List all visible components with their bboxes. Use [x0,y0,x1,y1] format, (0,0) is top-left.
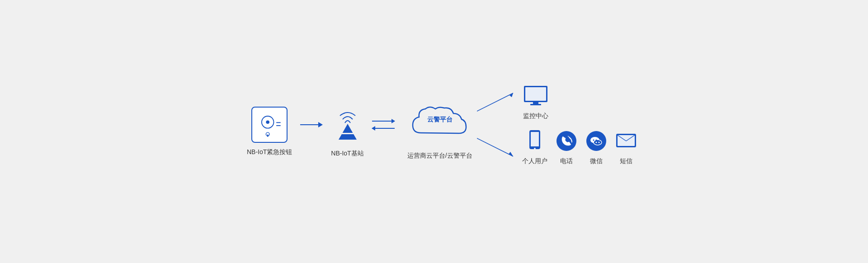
wechat-label: 微信 [590,157,603,165]
svg-rect-5 [267,135,269,137]
contacts-branch: 个人用户 电话 [477,129,637,165]
nb-button-icon [251,107,288,143]
svg-rect-17 [531,132,539,146]
arrow-to-station [300,120,323,129]
monitor-branch: 监控中心 [477,84,637,120]
nb-station-node: NB-IoT基站 [331,106,363,158]
cloud-platform-label: 运营商云平台/云警平台 [407,152,472,160]
svg-rect-7 [341,133,353,134]
sms-icon [615,133,637,152]
phone-call-icon [556,130,577,152]
svg-point-18 [534,148,536,150]
svg-point-19 [557,131,576,151]
sms-node: 短信 [615,133,637,165]
svg-marker-6 [338,124,356,140]
personal-user-label: 个人用户 [522,157,547,165]
svg-line-8 [477,93,513,111]
monitor-label: 监控中心 [523,112,548,120]
nb-button-node: NB-IoT紧急按钮 [247,107,292,156]
monitor-center-node: 监控中心 [522,84,549,120]
svg-point-1 [266,121,270,124]
phone-label: 电话 [560,157,573,165]
wechat-icon [585,130,607,152]
svg-point-22 [594,140,602,145]
branch-line-top [477,91,518,113]
tower-icon [331,106,363,144]
svg-point-23 [593,140,594,141]
cloud-icon: 云警平台 [408,103,472,146]
svg-rect-13 [530,104,541,105]
sms-label: 短信 [620,157,632,165]
double-arrow [372,118,399,132]
svg-marker-15 [509,152,513,156]
svg-rect-11 [525,87,546,101]
branch-line-bottom [477,136,518,159]
svg-point-24 [595,140,597,141]
svg-line-14 [477,138,513,156]
nb-station-label: NB-IoT基站 [331,150,363,158]
svg-point-26 [598,142,599,143]
phone-node: 电话 [556,130,577,165]
contacts-row: 个人用户 电话 [522,129,637,165]
diagram-layout: NB-IoT紧急按钮 NB-IoT基站 云警平台 运营商云平台/云警平台 [247,84,637,179]
personal-user-node: 个人用户 [522,129,547,165]
nb-button-label: NB-IoT紧急按钮 [247,148,292,156]
mobile-phone-icon [528,129,542,152]
monitor-icon [522,84,549,107]
svg-point-25 [595,142,597,143]
cloud-label: 云警平台 [427,116,453,124]
right-branch-section: 监控中心 个人用户 [477,84,637,165]
wechat-node: 微信 [585,130,607,165]
cloud-platform-node: 云警平台 运营商云平台/云警平台 [407,103,472,160]
